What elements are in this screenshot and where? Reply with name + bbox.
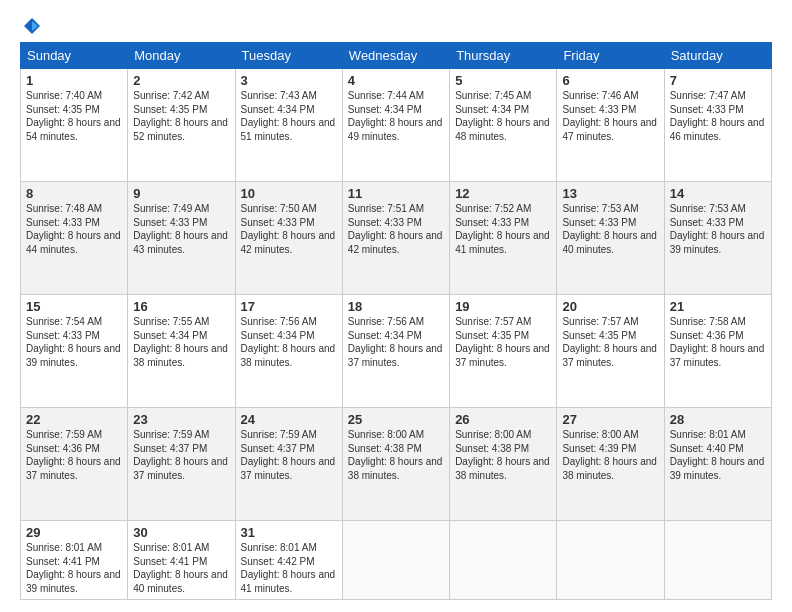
day-info: Sunrise: 8:01 AMSunset: 4:41 PMDaylight:…: [133, 542, 228, 594]
day-number: 28: [670, 412, 766, 427]
calendar-cell: 29 Sunrise: 8:01 AMSunset: 4:41 PMDaylig…: [21, 521, 128, 600]
day-number: 1: [26, 73, 122, 88]
day-number: 7: [670, 73, 766, 88]
day-number: 24: [241, 412, 337, 427]
day-number: 5: [455, 73, 551, 88]
calendar-week-row: 22 Sunrise: 7:59 AMSunset: 4:36 PMDaylig…: [21, 408, 772, 521]
calendar-cell: 27 Sunrise: 8:00 AMSunset: 4:39 PMDaylig…: [557, 408, 664, 521]
day-number: 15: [26, 299, 122, 314]
calendar-cell: 15 Sunrise: 7:54 AMSunset: 4:33 PMDaylig…: [21, 295, 128, 408]
calendar-cell: 22 Sunrise: 7:59 AMSunset: 4:36 PMDaylig…: [21, 408, 128, 521]
day-number: 13: [562, 186, 658, 201]
day-info: Sunrise: 7:48 AMSunset: 4:33 PMDaylight:…: [26, 203, 121, 255]
calendar-day-header: Monday: [128, 43, 235, 69]
calendar-cell: 24 Sunrise: 7:59 AMSunset: 4:37 PMDaylig…: [235, 408, 342, 521]
calendar-cell: 28 Sunrise: 8:01 AMSunset: 4:40 PMDaylig…: [664, 408, 771, 521]
calendar-day-header: Saturday: [664, 43, 771, 69]
calendar-day-header: Sunday: [21, 43, 128, 69]
day-info: Sunrise: 7:51 AMSunset: 4:33 PMDaylight:…: [348, 203, 443, 255]
day-info: Sunrise: 7:55 AMSunset: 4:34 PMDaylight:…: [133, 316, 228, 368]
day-info: Sunrise: 8:00 AMSunset: 4:38 PMDaylight:…: [348, 429, 443, 481]
day-number: 11: [348, 186, 444, 201]
day-number: 16: [133, 299, 229, 314]
day-number: 21: [670, 299, 766, 314]
day-number: 19: [455, 299, 551, 314]
calendar-week-row: 15 Sunrise: 7:54 AMSunset: 4:33 PMDaylig…: [21, 295, 772, 408]
day-info: Sunrise: 7:59 AMSunset: 4:36 PMDaylight:…: [26, 429, 121, 481]
calendar-day-header: Thursday: [450, 43, 557, 69]
calendar-cell: 30 Sunrise: 8:01 AMSunset: 4:41 PMDaylig…: [128, 521, 235, 600]
calendar-cell: 14 Sunrise: 7:53 AMSunset: 4:33 PMDaylig…: [664, 182, 771, 295]
calendar-cell: 7 Sunrise: 7:47 AMSunset: 4:33 PMDayligh…: [664, 69, 771, 182]
day-info: Sunrise: 7:50 AMSunset: 4:33 PMDaylight:…: [241, 203, 336, 255]
day-info: Sunrise: 7:57 AMSunset: 4:35 PMDaylight:…: [562, 316, 657, 368]
day-info: Sunrise: 7:57 AMSunset: 4:35 PMDaylight:…: [455, 316, 550, 368]
calendar-cell: 13 Sunrise: 7:53 AMSunset: 4:33 PMDaylig…: [557, 182, 664, 295]
calendar-cell: 3 Sunrise: 7:43 AMSunset: 4:34 PMDayligh…: [235, 69, 342, 182]
calendar-cell: 21 Sunrise: 7:58 AMSunset: 4:36 PMDaylig…: [664, 295, 771, 408]
day-number: 3: [241, 73, 337, 88]
day-info: Sunrise: 8:01 AMSunset: 4:40 PMDaylight:…: [670, 429, 765, 481]
day-info: Sunrise: 7:56 AMSunset: 4:34 PMDaylight:…: [241, 316, 336, 368]
day-number: 6: [562, 73, 658, 88]
logo: [20, 16, 42, 32]
calendar-cell: [664, 521, 771, 600]
calendar-table: SundayMondayTuesdayWednesdayThursdayFrid…: [20, 42, 772, 600]
calendar-cell: 4 Sunrise: 7:44 AMSunset: 4:34 PMDayligh…: [342, 69, 449, 182]
day-number: 14: [670, 186, 766, 201]
day-number: 12: [455, 186, 551, 201]
day-number: 20: [562, 299, 658, 314]
calendar-cell: 1 Sunrise: 7:40 AMSunset: 4:35 PMDayligh…: [21, 69, 128, 182]
day-number: 27: [562, 412, 658, 427]
calendar-cell: 19 Sunrise: 7:57 AMSunset: 4:35 PMDaylig…: [450, 295, 557, 408]
day-info: Sunrise: 8:00 AMSunset: 4:38 PMDaylight:…: [455, 429, 550, 481]
day-info: Sunrise: 8:00 AMSunset: 4:39 PMDaylight:…: [562, 429, 657, 481]
day-info: Sunrise: 7:46 AMSunset: 4:33 PMDaylight:…: [562, 90, 657, 142]
calendar-cell: 10 Sunrise: 7:50 AMSunset: 4:33 PMDaylig…: [235, 182, 342, 295]
day-info: Sunrise: 7:42 AMSunset: 4:35 PMDaylight:…: [133, 90, 228, 142]
day-number: 17: [241, 299, 337, 314]
calendar-cell: 17 Sunrise: 7:56 AMSunset: 4:34 PMDaylig…: [235, 295, 342, 408]
day-info: Sunrise: 7:43 AMSunset: 4:34 PMDaylight:…: [241, 90, 336, 142]
calendar-cell: 26 Sunrise: 8:00 AMSunset: 4:38 PMDaylig…: [450, 408, 557, 521]
calendar-cell: [342, 521, 449, 600]
day-info: Sunrise: 7:59 AMSunset: 4:37 PMDaylight:…: [133, 429, 228, 481]
day-number: 22: [26, 412, 122, 427]
calendar-cell: 11 Sunrise: 7:51 AMSunset: 4:33 PMDaylig…: [342, 182, 449, 295]
header: [20, 16, 772, 32]
calendar-cell: 2 Sunrise: 7:42 AMSunset: 4:35 PMDayligh…: [128, 69, 235, 182]
calendar-cell: 18 Sunrise: 7:56 AMSunset: 4:34 PMDaylig…: [342, 295, 449, 408]
calendar-day-header: Friday: [557, 43, 664, 69]
calendar-cell: 6 Sunrise: 7:46 AMSunset: 4:33 PMDayligh…: [557, 69, 664, 182]
calendar-week-row: 29 Sunrise: 8:01 AMSunset: 4:41 PMDaylig…: [21, 521, 772, 600]
day-info: Sunrise: 7:56 AMSunset: 4:34 PMDaylight:…: [348, 316, 443, 368]
calendar-cell: 12 Sunrise: 7:52 AMSunset: 4:33 PMDaylig…: [450, 182, 557, 295]
calendar-cell: 8 Sunrise: 7:48 AMSunset: 4:33 PMDayligh…: [21, 182, 128, 295]
page: SundayMondayTuesdayWednesdayThursdayFrid…: [0, 0, 792, 612]
day-info: Sunrise: 7:53 AMSunset: 4:33 PMDaylight:…: [670, 203, 765, 255]
day-info: Sunrise: 7:59 AMSunset: 4:37 PMDaylight:…: [241, 429, 336, 481]
calendar-cell: 9 Sunrise: 7:49 AMSunset: 4:33 PMDayligh…: [128, 182, 235, 295]
calendar-day-header: Tuesday: [235, 43, 342, 69]
calendar-day-header: Wednesday: [342, 43, 449, 69]
day-number: 2: [133, 73, 229, 88]
calendar-cell: 23 Sunrise: 7:59 AMSunset: 4:37 PMDaylig…: [128, 408, 235, 521]
day-number: 4: [348, 73, 444, 88]
day-number: 18: [348, 299, 444, 314]
day-info: Sunrise: 7:54 AMSunset: 4:33 PMDaylight:…: [26, 316, 121, 368]
day-number: 26: [455, 412, 551, 427]
day-number: 9: [133, 186, 229, 201]
calendar-cell: 16 Sunrise: 7:55 AMSunset: 4:34 PMDaylig…: [128, 295, 235, 408]
calendar-cell: [450, 521, 557, 600]
day-number: 25: [348, 412, 444, 427]
day-info: Sunrise: 8:01 AMSunset: 4:42 PMDaylight:…: [241, 542, 336, 594]
calendar-week-row: 1 Sunrise: 7:40 AMSunset: 4:35 PMDayligh…: [21, 69, 772, 182]
day-info: Sunrise: 7:45 AMSunset: 4:34 PMDaylight:…: [455, 90, 550, 142]
day-number: 8: [26, 186, 122, 201]
day-number: 23: [133, 412, 229, 427]
day-info: Sunrise: 7:52 AMSunset: 4:33 PMDaylight:…: [455, 203, 550, 255]
day-info: Sunrise: 7:40 AMSunset: 4:35 PMDaylight:…: [26, 90, 121, 142]
day-info: Sunrise: 7:44 AMSunset: 4:34 PMDaylight:…: [348, 90, 443, 142]
calendar-cell: 5 Sunrise: 7:45 AMSunset: 4:34 PMDayligh…: [450, 69, 557, 182]
logo-icon: [22, 16, 42, 36]
